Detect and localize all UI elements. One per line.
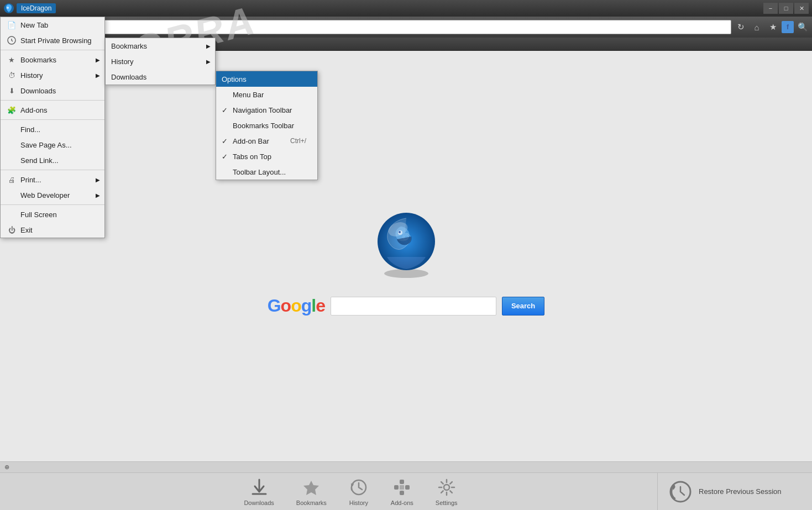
menu-private-browsing[interactable]: Start Private Browsing [1, 33, 104, 48]
menu-bookmarks[interactable]: ★ Bookmarks ▶ [1, 52, 104, 67]
menu-downloads[interactable]: ⬇ Downloads [1, 83, 104, 98]
full-screen-icon [6, 209, 17, 220]
exit-menu-icon: ⏻ [6, 224, 17, 235]
menu-send-link[interactable]: Send Link... [1, 153, 104, 168]
toolbar-layout-check-icon [222, 168, 230, 176]
menu-new-tab[interactable]: 📄 New Tab [1, 17, 104, 33]
nav-right: ↻ ⌂ ★ f 🔍 [734, 20, 810, 34]
addons-icon [392, 477, 412, 497]
svg-point-14 [444, 485, 449, 490]
bottom-addons[interactable]: Add-ons [380, 474, 425, 509]
main-content: Google Search [0, 51, 812, 472]
menu-save-page[interactable]: Save Page As... [1, 137, 104, 153]
menu-full-screen[interactable]: Full Screen [1, 207, 104, 222]
options-panel-bookmarks-toolbar[interactable]: Bookmarks Toolbar [216, 118, 317, 133]
svg-rect-11 [405, 485, 410, 490]
search-input[interactable] [331, 297, 496, 316]
menu-sep-1 [1, 50, 104, 50]
main-menu[interactable]: 📄 New Tab Start Private Browsing ★ Bookm… [0, 17, 105, 238]
bookmarks-toolbar-check-icon [222, 122, 230, 130]
menu-addons[interactable]: 🧩 Add-ons [1, 102, 104, 118]
restore-session-icon [669, 480, 692, 503]
bottom-downloads[interactable]: Downloads [233, 474, 285, 509]
address-bar[interactable] [70, 20, 731, 34]
menu-sep-4 [1, 170, 104, 170]
restore-session-button[interactable]: Restore Previous Session [657, 473, 812, 511]
svg-rect-12 [400, 491, 404, 495]
bookmarks-menu-icon: ★ [6, 54, 17, 65]
google-logo: Google [268, 296, 325, 316]
save-page-icon [6, 139, 17, 150]
web-dev-icon [6, 190, 17, 201]
history-icon [349, 477, 369, 497]
history-menu-icon: ⏱ [6, 70, 17, 81]
menu-print[interactable]: 🖨 Print... ▶ [1, 172, 104, 187]
print-menu-icon: 🖨 [6, 174, 17, 185]
bottom-bar: Downloads Bookmarks History [0, 472, 812, 510]
history-arrow-icon: ▶ [96, 72, 100, 78]
close-button[interactable]: ✕ [794, 3, 809, 14]
bottom-history[interactable]: History [338, 474, 380, 509]
options-panel-options[interactable]: Options [216, 71, 317, 87]
svg-rect-10 [394, 485, 399, 490]
svg-rect-13 [400, 485, 404, 490]
options-panel[interactable]: Options Menu Bar ✓ Navigation Toolbar Bo… [216, 71, 318, 180]
google-search-area: Google Search [268, 296, 545, 316]
bookmarks-arrow-icon: ▶ [96, 57, 100, 63]
reload-nav-icon[interactable]: ↻ [734, 20, 748, 34]
bookmarks-icon [301, 477, 321, 497]
browser-logo-icon [370, 207, 442, 279]
bottom-settings[interactable]: Settings [425, 474, 469, 509]
options-panel-toolbar-layout[interactable]: Toolbar Layout... [216, 164, 317, 180]
private-browsing-icon [6, 35, 17, 46]
downloads-icon [249, 477, 269, 497]
find-icon [6, 124, 17, 135]
print-arrow-icon: ▶ [96, 177, 100, 183]
view-submenu[interactable]: Bookmarks ▶ History ▶ Downloads [105, 38, 216, 85]
search-button[interactable]: Search [502, 297, 544, 316]
view-bookmarks[interactable]: Bookmarks ▶ [106, 38, 215, 54]
search-nav-icon[interactable]: 🔍 [795, 20, 810, 34]
view-bookmarks-arrow: ▶ [206, 43, 211, 49]
minimize-button[interactable]: − [763, 3, 778, 14]
settings-label: Settings [436, 500, 458, 506]
menu-bar-check-icon [222, 91, 230, 99]
history-label: History [349, 500, 368, 506]
bookmarks-label: Bookmarks [296, 500, 327, 506]
downloads-label: Downloads [244, 500, 274, 506]
menu-history[interactable]: ⏱ History ▶ [1, 67, 104, 83]
options-panel-nav-toolbar[interactable]: ✓ Navigation Toolbar [216, 102, 317, 118]
addons-label: Add-ons [391, 500, 413, 506]
menu-sep-5 [1, 204, 104, 205]
options-panel-tabs-on-top[interactable]: ✓ Tabs on Top [216, 149, 317, 164]
send-link-icon [6, 155, 17, 166]
app-title: IceDragon [17, 3, 56, 13]
nav-bar: ◀ ▶ ↻ ⌂ ↻ ⌂ ★ f 🔍 [0, 17, 812, 38]
status-bar: ⊕ [0, 461, 812, 472]
bottom-bookmarks[interactable]: Bookmarks [285, 474, 338, 509]
bookmark-nav-icon[interactable]: ★ [766, 20, 780, 34]
options-panel-addon-bar[interactable]: ✓ Add-on Bar Ctrl+/ [216, 133, 317, 149]
restore-button[interactable]: □ [779, 3, 793, 14]
addon-bar-check-icon: ✓ [222, 137, 230, 145]
view-downloads[interactable]: Downloads [106, 69, 215, 85]
options-panel-menu-bar[interactable]: Menu Bar [216, 87, 317, 102]
svg-rect-9 [400, 480, 404, 484]
title-bar: IceDragon − □ ✕ [0, 0, 812, 17]
view-history-arrow: ▶ [206, 59, 211, 65]
window-controls: − □ ✕ [763, 3, 809, 14]
menu-exit[interactable]: ⏻ Exit [1, 222, 104, 238]
status-left-icon: ⊕ [4, 464, 9, 471]
view-history[interactable]: History ▶ [106, 54, 215, 69]
home-nav-icon[interactable]: ⌂ [750, 20, 764, 34]
menu-web-developer[interactable]: Web Developer ▶ [1, 187, 104, 203]
svg-point-6 [399, 231, 401, 233]
menu-sep-2 [1, 100, 104, 101]
addons-menu-icon: 🧩 [6, 104, 17, 115]
settings-icon [437, 477, 457, 497]
facebook-nav-icon[interactable]: f [782, 21, 794, 33]
app-logo-icon [3, 3, 14, 14]
svg-point-1 [7, 7, 9, 9]
menu-find[interactable]: Find... [1, 122, 104, 137]
svg-point-2 [384, 269, 428, 278]
